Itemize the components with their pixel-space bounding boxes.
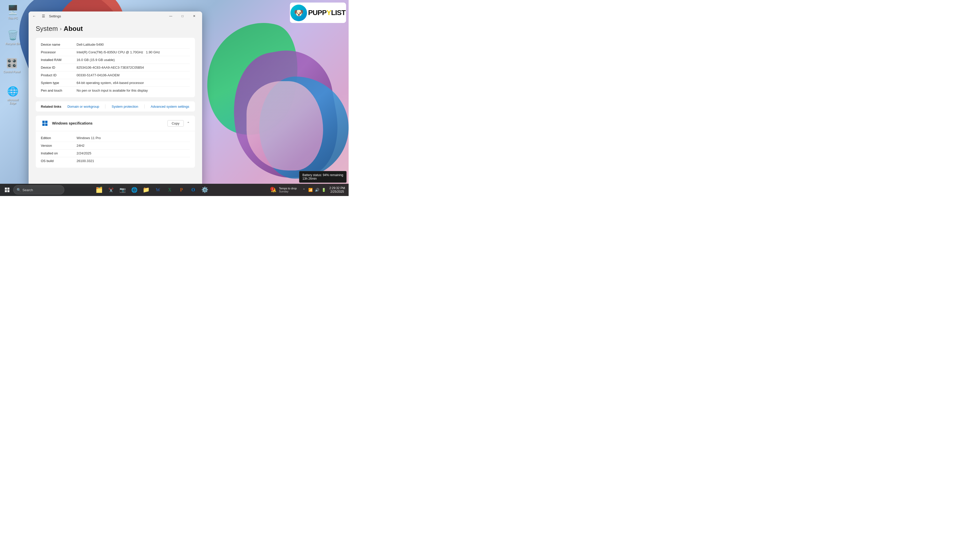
search-bar[interactable]: 🔍 Search: [13, 185, 64, 194]
breadcrumb-system: System: [36, 25, 58, 33]
svg-rect-3: [45, 124, 48, 126]
close-button[interactable]: ✕: [188, 12, 200, 20]
search-input[interactable]: Search: [22, 188, 33, 192]
win-spec-label-version: Version: [41, 144, 76, 148]
system-tray: ⌃ 📶 🔊 🔋: [301, 187, 327, 193]
svg-rect-1: [45, 121, 48, 123]
spec-value-system-type: 64-bit operating system, x64-based proce…: [76, 81, 144, 85]
taskbar-icon-settings[interactable]: ⚙️: [199, 184, 210, 196]
back-button[interactable]: ←: [30, 13, 38, 20]
windows-specs-header[interactable]: Windows specifications Copy ⌃: [36, 116, 195, 131]
svg-rect-6: [5, 190, 7, 192]
spec-row-device-id: Device ID 82534106-4C83-4AA9-AEC3-73E872…: [41, 64, 190, 72]
start-button[interactable]: [2, 185, 12, 195]
recycle-bin-label: Recycle Bin: [5, 42, 20, 45]
svg-rect-2: [42, 124, 45, 126]
notification-badge: 1: [270, 187, 274, 191]
edge-label: Microsoft Edge: [3, 98, 22, 105]
copy-button[interactable]: Copy: [167, 120, 184, 127]
svg-rect-4: [5, 188, 7, 190]
related-links-divider-1: [105, 104, 105, 108]
taskbar-icon-snip[interactable]: ✂️: [105, 184, 117, 196]
breadcrumb-about: About: [64, 25, 83, 33]
excel-icon: X: [168, 187, 171, 193]
desktop: 🖥️ This PC 🗑️ Recycle Bin 🎛️ Control Pan…: [0, 0, 348, 196]
breadcrumb-separator: ›: [60, 26, 62, 32]
recycle-bin-icon: 🗑️: [6, 29, 19, 41]
settings-window: ← ☰ Settings — □ ✕ System › About Device…: [29, 11, 202, 188]
notification-area[interactable]: 1 🔔 Temps to drop Sunday: [269, 186, 300, 194]
edge-icon: 🌐: [6, 85, 19, 97]
spec-row-pen-touch: Pen and touch No pen or touch input is a…: [41, 87, 190, 94]
spec-row-device-name: Device name Dell-Latitude-5490: [41, 41, 190, 48]
battery-icon[interactable]: 🔋: [321, 187, 327, 193]
taskbar-icon-edge[interactable]: 🌐: [129, 184, 140, 196]
taskbar-icon-files[interactable]: 📁: [141, 184, 152, 196]
win-spec-value-os-build: 26100.3321: [76, 159, 94, 163]
file-explorer-icon: 🗂️: [96, 186, 103, 193]
powerpoint-icon: P: [180, 187, 183, 193]
taskbar: 🔍 Search 🗂️ ✂️ 📷 🌐 📁 W: [0, 184, 348, 196]
taskbar-icon-camera[interactable]: 📷: [117, 184, 128, 196]
breadcrumb: System › About: [36, 25, 195, 33]
desktop-icon-control-panel[interactable]: 🎛️ Control Panel: [2, 56, 22, 75]
puppy-logo: 🐶 PUPPYLIST: [290, 3, 346, 23]
desktop-icon-edge[interactable]: 🌐 Microsoft Edge: [3, 84, 23, 106]
win-spec-row-edition: Edition Windows 11 Pro: [41, 134, 190, 142]
clock-time: 2:29:32 PM: [329, 186, 345, 190]
outlook-icon: O: [191, 187, 195, 193]
taskbar-icon-word[interactable]: W: [152, 184, 164, 196]
spec-value-product-id: 00330-51477-04106-AAOEM: [76, 73, 119, 77]
puppy-logo-icon: 🐶: [290, 5, 307, 21]
svg-rect-5: [7, 188, 10, 190]
chevron-up-icon: ⌃: [187, 121, 190, 125]
taskbar-right: 1 🔔 Temps to drop Sunday ⌃ 📶 🔊 🔋 2:29:32…: [269, 186, 347, 194]
files-icon: 📁: [143, 186, 150, 193]
taskbar-icon-file-explorer[interactable]: 🗂️: [94, 184, 105, 196]
wifi-icon[interactable]: 📶: [307, 187, 313, 193]
window-titlebar: ← ☰ Settings — □ ✕: [29, 11, 202, 21]
snip-icon: ✂️: [108, 188, 114, 193]
desktop-icon-this-pc[interactable]: 🖥️ This PC: [3, 3, 23, 21]
domain-workgroup-link[interactable]: Domain or workgroup: [67, 105, 99, 108]
camera-icon: 📷: [119, 187, 126, 193]
spec-label-system-type: System type: [41, 81, 76, 85]
spec-label-processor: Processor: [41, 50, 76, 54]
titlebar-left: ← ☰ Settings: [30, 13, 61, 20]
desktop-icon-recycle-bin[interactable]: 🗑️ Recycle Bin: [3, 28, 23, 46]
volume-icon[interactable]: 🔊: [314, 187, 320, 193]
minimize-button[interactable]: —: [165, 12, 177, 20]
spec-row-system-type: System type 64-bit operating system, x64…: [41, 79, 190, 87]
this-pc-icon: 🖥️: [6, 3, 19, 16]
win-spec-row-os-build: OS build 26100.3321: [41, 157, 190, 165]
windows-specs-title: Windows specifications: [52, 121, 167, 125]
spec-row-product-id: Product ID 00330-51477-04106-AAOEM: [41, 72, 190, 79]
spec-value-device-name: Dell-Latitude-5490: [76, 43, 103, 46]
maximize-button[interactable]: □: [177, 12, 188, 20]
advanced-settings-link[interactable]: Advanced system settings: [151, 105, 189, 108]
taskbar-center: 🗂️ ✂️ 📷 🌐 📁 W X P O: [94, 184, 210, 196]
taskbar-icon-excel[interactable]: X: [164, 184, 175, 196]
system-protection-link[interactable]: System protection: [111, 105, 138, 108]
win-spec-label-edition: Edition: [41, 136, 76, 140]
menu-button[interactable]: ☰: [40, 13, 47, 20]
wallpaper-shape-4: [247, 81, 323, 170]
spec-label-product-id: Product ID: [41, 73, 76, 77]
taskbar-icon-outlook[interactable]: O: [188, 184, 199, 196]
device-specs-section: Device name Dell-Latitude-5490 Processor…: [36, 38, 195, 97]
spec-label-pen-touch: Pen and touch: [41, 89, 76, 92]
spec-row-processor: Processor Intel(R) Core(TM) i5-8350U CPU…: [41, 48, 190, 56]
chevron-tray-icon[interactable]: ⌃: [301, 187, 307, 193]
windows-specs-section: Windows specifications Copy ⌃ Edition Wi…: [36, 116, 195, 168]
spec-value-ram: 16.0 GB (15.9 GB usable): [76, 58, 115, 62]
window-content: System › About Device name Dell-Latitude…: [29, 21, 202, 188]
win-spec-row-version: Version 24H2: [41, 142, 190, 150]
win-spec-label-installed-on: Installed on: [41, 151, 76, 155]
spec-value-processor: Intel(R) Core(TM) i5-8350U CPU @ 1.70GHz…: [76, 50, 160, 54]
control-panel-icon: 🎛️: [6, 57, 18, 69]
clock-date: 2/25/2025: [331, 190, 344, 193]
temps-day: Sunday: [279, 190, 297, 193]
clock-area[interactable]: 2:29:32 PM 2/25/2025: [328, 186, 347, 194]
taskbar-icon-powerpoint[interactable]: P: [176, 184, 187, 196]
spec-value-pen-touch: No pen or touch input is available for t…: [76, 89, 148, 92]
